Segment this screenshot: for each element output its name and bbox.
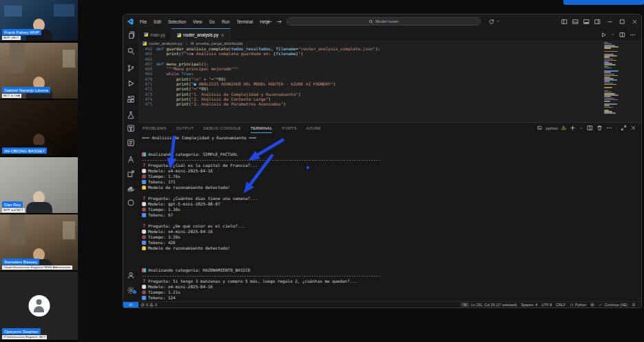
activity-testing-icon[interactable] bbox=[127, 110, 135, 118]
participant-tile-dan-rey[interactable]: Dan ReyMVP and MCT bbox=[0, 157, 78, 213]
terminal-text: Pregunta: ¿Cuál es la capital de Francia… bbox=[148, 163, 258, 168]
panel-tab-debug-console[interactable]: DEBUG CONSOLE bbox=[203, 123, 240, 133]
kill-terminal-icon[interactable] bbox=[596, 125, 603, 131]
back-arrow-icon[interactable] bbox=[267, 19, 273, 25]
panel-tab-output[interactable]: OUTPUT bbox=[176, 123, 194, 133]
terminal-shell-label[interactable]: python bbox=[546, 126, 558, 130]
activity-extensions-icon[interactable] bbox=[127, 94, 135, 102]
terminal-output[interactable]: === Análisis de Complejidad y Razonamien… bbox=[142, 135, 381, 301]
layout-panel-icon[interactable] bbox=[572, 19, 579, 25]
question-icon: ? bbox=[142, 197, 146, 201]
terminal-text: Modelo: gpt-5-mini-2025-08-07 bbox=[148, 201, 220, 207]
new-terminal-icon[interactable] bbox=[570, 125, 576, 131]
vscode-logo-icon bbox=[127, 18, 134, 25]
status-indentation[interactable]: Spaces: 4 bbox=[519, 303, 540, 307]
breadcrumb[interactable]: router_analysis.pyprueba_carga_distribui… bbox=[143, 41, 242, 46]
activity-ai-toolkit-icon[interactable] bbox=[127, 123, 135, 131]
layout-sidebar-right-icon[interactable] bbox=[594, 19, 601, 25]
run-dropdown-chevron-icon[interactable] bbox=[611, 32, 615, 37]
line-number: 474 bbox=[138, 97, 156, 101]
tab-router-analysis-py[interactable]: router_analysis.py bbox=[172, 28, 231, 41]
status-language-mode[interactable]: Python bbox=[568, 303, 589, 307]
maximize-icon[interactable] bbox=[619, 19, 625, 25]
panel-tab-ports[interactable]: PORTS bbox=[282, 123, 296, 133]
status-feedback[interactable] bbox=[588, 303, 596, 307]
panel-tab-problems[interactable]: PROBLEMS bbox=[143, 123, 167, 133]
maximize-panel-icon[interactable] bbox=[621, 125, 627, 131]
clock-icon bbox=[142, 235, 146, 239]
line-number: 473 bbox=[138, 92, 156, 97]
layout-sidebar-left-icon[interactable] bbox=[561, 19, 568, 25]
terminal-text: Pregunta: ¿Cuántos días tiene una semana… bbox=[148, 196, 258, 201]
status-label: CRLF bbox=[556, 303, 565, 307]
status-eol[interactable]: CRLF bbox=[554, 303, 568, 307]
menu-item-view[interactable]: View bbox=[190, 18, 205, 26]
panel-tab-terminal[interactable]: TERMINAL bbox=[251, 123, 273, 133]
activity-settings-gear-icon[interactable] bbox=[127, 285, 135, 293]
menu-item-file[interactable]: File bbox=[137, 18, 149, 26]
minimap-line bbox=[604, 98, 614, 99]
close-icon[interactable] bbox=[632, 19, 638, 25]
tab-main-py[interactable]: main.py bbox=[138, 28, 172, 41]
terminal-icon bbox=[537, 125, 542, 130]
line-number: 470 bbox=[138, 77, 156, 81]
participant-tile-gabriel-naranjo-lituma[interactable]: Gabriel Naranjo LitumaMCT & CSA bbox=[0, 43, 78, 99]
terminal-text: ----------------------------------------… bbox=[142, 273, 381, 279]
terminal-line bbox=[142, 190, 381, 196]
menu-item-edit[interactable]: Edit bbox=[151, 18, 164, 26]
menu-item-terminal[interactable]: Terminal bbox=[233, 18, 256, 26]
activity-explorer-icon[interactable] bbox=[127, 30, 135, 38]
meeting-toolbar-accent[interactable] bbox=[563, 0, 644, 5]
status-cursor-position[interactable]: Ln 291, Col 26 (17 selected) bbox=[469, 303, 519, 307]
layout-panel-bottom-icon[interactable] bbox=[583, 19, 590, 25]
code-editor-content[interactable]: 442def guardar_analisis_completo(todos_r… bbox=[138, 46, 380, 107]
activity-source-control-icon[interactable] bbox=[127, 63, 135, 71]
activity-prompt-flow-icon[interactable] bbox=[127, 137, 135, 145]
menu-item-go[interactable]: Go bbox=[206, 18, 217, 26]
menu-item-run[interactable]: Run bbox=[219, 18, 233, 26]
close-panel-icon[interactable] bbox=[630, 125, 636, 131]
minimap-line bbox=[604, 112, 616, 114]
problems-status[interactable]: 0 0 bbox=[138, 303, 159, 307]
braces-icon bbox=[570, 303, 574, 307]
run-python-file-icon[interactable] bbox=[601, 32, 607, 38]
participant-tile-frank-falvey-mvp[interactable]: Frank Falvey MVPMVP | MCT bbox=[0, 0, 78, 41]
code-text: """Menú principal mejorado""" bbox=[156, 66, 238, 71]
window-controls bbox=[561, 14, 638, 28]
status-encoding[interactable]: UTF-8 bbox=[539, 303, 554, 307]
participant-tile-iberedem-bassey[interactable]: Iberedem BasseyCloud Infrastructure Engi… bbox=[0, 214, 78, 270]
close-tab-icon[interactable] bbox=[220, 33, 225, 37]
code-text: def menu_principal(): bbox=[156, 61, 209, 66]
activity-azure-ai-icon[interactable] bbox=[127, 154, 135, 162]
activity-run-debug-icon[interactable] bbox=[127, 78, 135, 86]
status-notifications-bell[interactable] bbox=[630, 303, 638, 307]
terminal-dropdown-chevron-icon[interactable] bbox=[579, 126, 583, 130]
status-search-button[interactable] bbox=[461, 303, 469, 307]
background-decor bbox=[10, 43, 25, 73]
remote-indicator[interactable] bbox=[123, 302, 138, 308]
activity-gitlens-icon[interactable] bbox=[127, 197, 135, 205]
activity-remote-explorer-icon[interactable] bbox=[127, 168, 135, 177]
chart-icon bbox=[142, 152, 146, 157]
layout-toggle[interactable] bbox=[488, 14, 500, 28]
participant-tile-ini-obong-bassey[interactable]: INI-OBONG BASSEY bbox=[0, 100, 78, 156]
forward-arrow-icon[interactable] bbox=[276, 19, 282, 25]
panel-tab-azure[interactable]: AZURE bbox=[307, 123, 321, 133]
activity-search-icon[interactable] bbox=[127, 46, 135, 54]
minimap[interactable] bbox=[603, 41, 622, 121]
minimize-icon[interactable] bbox=[607, 19, 613, 25]
activity-accounts-icon[interactable] bbox=[127, 270, 135, 278]
minimap-line bbox=[604, 64, 616, 66]
status-continue-extension[interactable]: Continue (NE) bbox=[596, 303, 630, 307]
breadcrumb-item-prueba-carga-distribuida[interactable]: prueba_carga_distribuida bbox=[196, 41, 243, 46]
activity-docker-icon[interactable] bbox=[127, 183, 135, 192]
terminal-line bbox=[142, 218, 381, 223]
split-terminal-icon[interactable] bbox=[587, 125, 593, 131]
editor-more-actions-icon[interactable] bbox=[630, 32, 636, 38]
breadcrumb-item-router-analysis-py[interactable]: router_analysis.py bbox=[149, 41, 183, 46]
command-center-search[interactable]: Model router bbox=[287, 17, 481, 26]
split-editor-icon[interactable] bbox=[619, 32, 625, 38]
menu-item-selection[interactable]: Selection bbox=[165, 18, 189, 26]
participant-tile-opeyemi-stephen[interactable]: Opeyemi StephenIT Infrastructure Enginee… bbox=[0, 272, 78, 340]
panel-more-actions-icon[interactable] bbox=[606, 125, 612, 131]
